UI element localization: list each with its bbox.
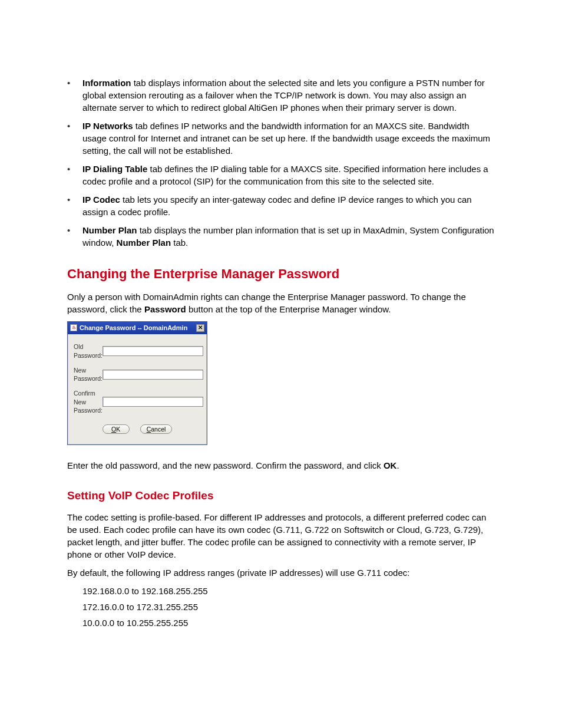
bullet-item: • IP Dialing Table tab defines the IP di… [67, 163, 495, 187]
section-heading-password: Changing the Enterprise Manager Password [67, 265, 495, 284]
section-heading-codec: Setting VoIP Codec Profiles [67, 488, 495, 504]
bullet-marker: • [67, 193, 82, 218]
new-password-label: New Password: [74, 366, 103, 383]
para-bold: OK [384, 460, 397, 470]
bullet-bold: Information [82, 78, 131, 88]
bullet-text: tab defines IP networks and the bandwidt… [82, 121, 490, 156]
bullet-bold: IP Dialing Table [82, 164, 147, 174]
bullet-marker: • [67, 120, 82, 157]
new-password-input[interactable] [103, 370, 203, 380]
old-password-input[interactable] [103, 346, 203, 356]
bullet-marker: • [67, 224, 82, 249]
bullet-item: • Information tab displays information a… [67, 77, 495, 114]
ip-range-item: 10.0.0.0 to 10.255.255.255 [82, 617, 495, 629]
bullet-text: tab lets you specify an inter-gateway co… [82, 195, 472, 217]
codec-paragraph-1: The codec setting is profile-based. For … [67, 511, 495, 561]
dialog-title-text: Change Password -- DomainAdmin [80, 324, 187, 332]
bullet-marker: • [67, 163, 82, 187]
para-text-2: button at the top of the Enterprise Mana… [186, 304, 391, 314]
bullet-bold: Number Plan [82, 225, 137, 235]
enter-password-paragraph: Enter the old password, and the new pass… [67, 459, 495, 472]
ip-range-list: 192.168.0.0 to 192.168.255.255 172.16.0.… [82, 585, 495, 629]
old-password-label: Old Password: [74, 342, 103, 360]
bullet-marker: • [67, 77, 82, 114]
bullet-item: • Number Plan tab displays the number pl… [67, 224, 495, 249]
change-password-dialog: ♨ Change Password -- DomainAdmin ✕ Old P… [67, 321, 207, 445]
bullet-text: tab displays information about the selec… [82, 78, 485, 113]
bullet-item: • IP Networks tab defines IP networks an… [67, 120, 495, 157]
codec-paragraph-2: By default, the following IP address ran… [67, 566, 495, 579]
bullet-item: • IP Codec tab lets you specify an inter… [67, 193, 495, 218]
page-content: • Information tab displays information a… [67, 77, 495, 633]
ip-range-item: 192.168.0.0 to 192.168.255.255 [82, 585, 495, 597]
bullet-bold: IP Codec [82, 195, 120, 205]
bullet-bold-2: Number Plan [117, 238, 171, 248]
ok-button[interactable]: OK [103, 424, 130, 434]
confirm-password-input[interactable] [103, 397, 203, 407]
cancel-button[interactable]: Cancel [140, 424, 173, 434]
dialog-titlebar: ♨ Change Password -- DomainAdmin ✕ [68, 322, 207, 334]
para-text-2: . [396, 460, 399, 470]
java-icon: ♨ [70, 324, 77, 331]
bullet-bold: IP Networks [82, 121, 133, 131]
para-text: Enter the old password, and the new pass… [67, 460, 384, 470]
para-bold: Password [144, 304, 186, 314]
cancel-rest: ancel [151, 426, 166, 433]
dialog-body: Old Password: New Password: Confirm New … [68, 334, 207, 444]
bullet-text-2: tab. [171, 238, 188, 248]
ip-range-item: 172.16.0.0 to 172.31.255.255 [82, 601, 495, 613]
confirm-password-label: Confirm New Password: [74, 389, 103, 415]
close-icon[interactable]: ✕ [196, 324, 204, 332]
ok-rest: K [116, 426, 120, 433]
password-paragraph: Only a person with DomainAdmin rights ca… [67, 291, 495, 315]
